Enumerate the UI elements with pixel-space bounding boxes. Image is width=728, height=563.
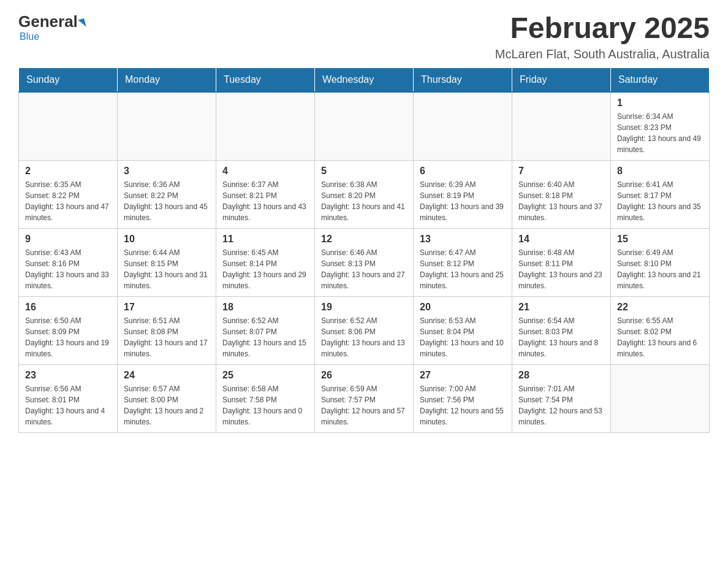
day-number: 3	[124, 166, 210, 177]
day-info: Sunrise: 6:45 AMSunset: 8:14 PMDaylight:…	[222, 247, 308, 291]
calendar-cell: 17Sunrise: 6:51 AMSunset: 8:08 PMDayligh…	[118, 296, 216, 364]
logo-arrow-icon	[78, 18, 86, 28]
calendar-cell: 19Sunrise: 6:52 AMSunset: 8:06 PMDayligh…	[315, 296, 414, 364]
day-info: Sunrise: 6:53 AMSunset: 8:04 PMDaylight:…	[420, 315, 506, 359]
calendar-table: SundayMondayTuesdayWednesdayThursdayFrid…	[18, 67, 710, 433]
calendar-cell: 6Sunrise: 6:39 AMSunset: 8:19 PMDaylight…	[414, 160, 512, 228]
day-number: 13	[420, 234, 506, 245]
day-info: Sunrise: 6:47 AMSunset: 8:12 PMDaylight:…	[420, 247, 506, 291]
calendar-cell: 2Sunrise: 6:35 AMSunset: 8:22 PMDaylight…	[19, 160, 118, 228]
day-number: 12	[321, 234, 407, 245]
day-info: Sunrise: 6:54 AMSunset: 8:03 PMDaylight:…	[518, 315, 604, 359]
calendar-cell: 28Sunrise: 7:01 AMSunset: 7:54 PMDayligh…	[512, 364, 611, 432]
calendar-week-3: 9Sunrise: 6:43 AMSunset: 8:16 PMDaylight…	[19, 228, 710, 296]
calendar-cell: 12Sunrise: 6:46 AMSunset: 8:13 PMDayligh…	[315, 228, 414, 296]
day-number: 15	[617, 234, 703, 245]
logo: General Blue	[18, 12, 85, 42]
calendar-cell	[118, 92, 216, 161]
day-number: 8	[617, 166, 703, 177]
calendar-cell: 15Sunrise: 6:49 AMSunset: 8:10 PMDayligh…	[611, 228, 710, 296]
day-number: 11	[222, 234, 308, 245]
day-info: Sunrise: 6:50 AMSunset: 8:09 PMDaylight:…	[25, 315, 111, 359]
calendar-header: SundayMondayTuesdayWednesdayThursdayFrid…	[19, 67, 710, 92]
day-number: 6	[420, 166, 506, 177]
day-number: 17	[124, 302, 210, 313]
day-info: Sunrise: 6:34 AMSunset: 8:23 PMDaylight:…	[617, 111, 703, 155]
day-number: 27	[420, 370, 506, 381]
day-info: Sunrise: 6:37 AMSunset: 8:21 PMDaylight:…	[222, 179, 308, 223]
day-header-thursday: Thursday	[414, 67, 512, 92]
calendar-cell	[414, 92, 512, 161]
day-info: Sunrise: 6:39 AMSunset: 8:19 PMDaylight:…	[420, 179, 506, 223]
day-number: 7	[518, 166, 604, 177]
calendar-cell: 27Sunrise: 7:00 AMSunset: 7:56 PMDayligh…	[414, 364, 512, 432]
day-info: Sunrise: 6:59 AMSunset: 7:57 PMDaylight:…	[321, 383, 407, 427]
day-number: 25	[222, 370, 308, 381]
day-header-wednesday: Wednesday	[315, 67, 414, 92]
day-info: Sunrise: 6:43 AMSunset: 8:16 PMDaylight:…	[25, 247, 111, 291]
calendar-week-2: 2Sunrise: 6:35 AMSunset: 8:22 PMDaylight…	[19, 160, 710, 228]
day-info: Sunrise: 6:44 AMSunset: 8:15 PMDaylight:…	[124, 247, 210, 291]
day-number: 5	[321, 166, 407, 177]
calendar-cell	[611, 364, 710, 432]
calendar-week-1: 1Sunrise: 6:34 AMSunset: 8:23 PMDaylight…	[19, 92, 710, 161]
day-number: 9	[25, 234, 111, 245]
calendar-cell: 10Sunrise: 6:44 AMSunset: 8:15 PMDayligh…	[118, 228, 216, 296]
day-info: Sunrise: 6:48 AMSunset: 8:11 PMDaylight:…	[518, 247, 604, 291]
calendar-cell: 8Sunrise: 6:41 AMSunset: 8:17 PMDaylight…	[611, 160, 710, 228]
day-info: Sunrise: 6:58 AMSunset: 7:58 PMDaylight:…	[222, 383, 308, 427]
day-number: 24	[124, 370, 210, 381]
calendar-cell: 1Sunrise: 6:34 AMSunset: 8:23 PMDaylight…	[611, 92, 710, 161]
day-number: 14	[518, 234, 604, 245]
day-number: 1	[617, 98, 703, 109]
calendar-cell: 11Sunrise: 6:45 AMSunset: 8:14 PMDayligh…	[216, 228, 315, 296]
calendar-cell	[512, 92, 611, 161]
calendar-cell: 20Sunrise: 6:53 AMSunset: 8:04 PMDayligh…	[414, 296, 512, 364]
calendar-cell: 4Sunrise: 6:37 AMSunset: 8:21 PMDaylight…	[216, 160, 315, 228]
day-info: Sunrise: 6:57 AMSunset: 8:00 PMDaylight:…	[124, 383, 210, 427]
day-number: 18	[222, 302, 308, 313]
calendar-cell: 24Sunrise: 6:57 AMSunset: 8:00 PMDayligh…	[118, 364, 216, 432]
day-info: Sunrise: 6:49 AMSunset: 8:10 PMDaylight:…	[617, 247, 703, 291]
day-info: Sunrise: 6:38 AMSunset: 8:20 PMDaylight:…	[321, 179, 407, 223]
day-info: Sunrise: 6:46 AMSunset: 8:13 PMDaylight:…	[321, 247, 407, 291]
day-info: Sunrise: 6:52 AMSunset: 8:06 PMDaylight:…	[321, 315, 407, 359]
day-info: Sunrise: 6:36 AMSunset: 8:22 PMDaylight:…	[124, 179, 210, 223]
calendar-cell: 16Sunrise: 6:50 AMSunset: 8:09 PMDayligh…	[19, 296, 118, 364]
day-header-row: SundayMondayTuesdayWednesdayThursdayFrid…	[19, 67, 710, 92]
day-number: 26	[321, 370, 407, 381]
page-header: General Blue February 2025 McLaren Flat,…	[18, 12, 710, 61]
day-info: Sunrise: 6:56 AMSunset: 8:01 PMDaylight:…	[25, 383, 111, 427]
day-number: 22	[617, 302, 703, 313]
page-title: February 2025	[495, 12, 710, 45]
page-subtitle: McLaren Flat, South Australia, Australia	[495, 47, 710, 61]
calendar-cell: 22Sunrise: 6:55 AMSunset: 8:02 PMDayligh…	[611, 296, 710, 364]
calendar-cell: 5Sunrise: 6:38 AMSunset: 8:20 PMDaylight…	[315, 160, 414, 228]
day-number: 21	[518, 302, 604, 313]
calendar-cell: 9Sunrise: 6:43 AMSunset: 8:16 PMDaylight…	[19, 228, 118, 296]
title-block: February 2025 McLaren Flat, South Austra…	[495, 12, 710, 61]
day-number: 2	[25, 166, 111, 177]
logo-blue-text: Blue	[20, 31, 39, 42]
day-header-friday: Friday	[512, 67, 611, 92]
day-info: Sunrise: 6:40 AMSunset: 8:18 PMDaylight:…	[518, 179, 604, 223]
calendar-cell: 25Sunrise: 6:58 AMSunset: 7:58 PMDayligh…	[216, 364, 315, 432]
calendar-cell	[216, 92, 315, 161]
calendar-week-4: 16Sunrise: 6:50 AMSunset: 8:09 PMDayligh…	[19, 296, 710, 364]
day-info: Sunrise: 7:00 AMSunset: 7:56 PMDaylight:…	[420, 383, 506, 427]
day-number: 10	[124, 234, 210, 245]
calendar-cell: 23Sunrise: 6:56 AMSunset: 8:01 PMDayligh…	[19, 364, 118, 432]
day-number: 4	[222, 166, 308, 177]
calendar-cell: 13Sunrise: 6:47 AMSunset: 8:12 PMDayligh…	[414, 228, 512, 296]
day-header-sunday: Sunday	[19, 67, 118, 92]
day-header-saturday: Saturday	[611, 67, 710, 92]
day-info: Sunrise: 6:51 AMSunset: 8:08 PMDaylight:…	[124, 315, 210, 359]
day-info: Sunrise: 6:55 AMSunset: 8:02 PMDaylight:…	[617, 315, 703, 359]
calendar-cell: 7Sunrise: 6:40 AMSunset: 8:18 PMDaylight…	[512, 160, 611, 228]
day-header-monday: Monday	[118, 67, 216, 92]
calendar-cell	[315, 92, 414, 161]
calendar-cell: 26Sunrise: 6:59 AMSunset: 7:57 PMDayligh…	[315, 364, 414, 432]
day-number: 19	[321, 302, 407, 313]
calendar-body: 1Sunrise: 6:34 AMSunset: 8:23 PMDaylight…	[19, 92, 710, 433]
day-number: 23	[25, 370, 111, 381]
